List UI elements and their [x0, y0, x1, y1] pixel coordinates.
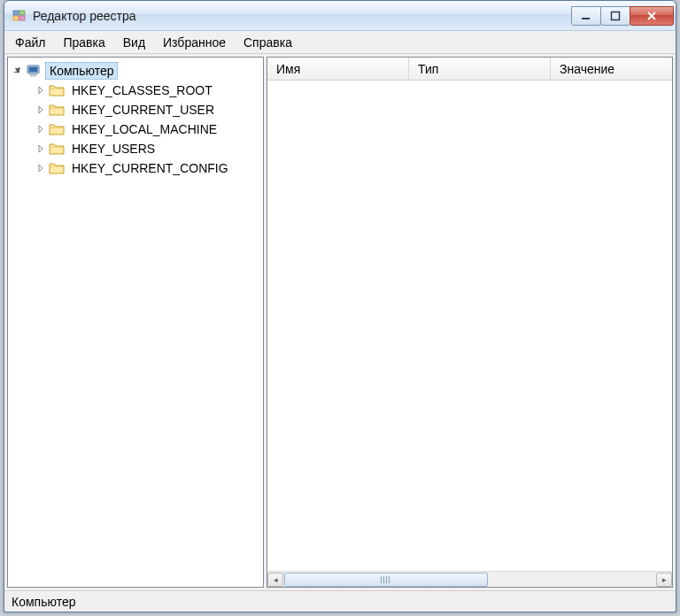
client-area: Компьютер HKEY_CLASSES_ROOT HKEY_CURRENT…	[4, 54, 676, 590]
titlebar[interactable]: Редактор реестра	[4, 1, 676, 31]
window-controls	[572, 6, 674, 26]
expand-icon[interactable]	[35, 84, 47, 96]
folder-icon	[49, 160, 65, 176]
tree-label[interactable]: HKEY_CURRENT_USER	[68, 102, 218, 118]
menu-view[interactable]: Вид	[114, 31, 154, 53]
svg-rect-1	[19, 11, 25, 15]
tree-pane[interactable]: Компьютер HKEY_CLASSES_ROOT HKEY_CURRENT…	[7, 57, 264, 588]
tree-node-hive[interactable]: HKEY_CLASSES_ROOT	[10, 81, 261, 100]
svg-rect-5	[612, 12, 620, 19]
close-button[interactable]	[630, 6, 674, 26]
svg-rect-7	[29, 67, 38, 73]
menu-help[interactable]: Справка	[235, 31, 301, 53]
regedit-icon	[12, 8, 27, 24]
svg-rect-0	[13, 11, 19, 15]
app-window: Редактор реестра Файл Правка Вид Избранн…	[4, 0, 676, 612]
tree-label-computer[interactable]: Компьютер	[45, 62, 118, 80]
tree-label[interactable]: HKEY_CLASSES_ROOT	[68, 82, 216, 98]
tree-node-computer[interactable]: Компьютер	[10, 61, 261, 81]
computer-icon	[26, 63, 42, 79]
svg-rect-3	[19, 16, 25, 20]
tree-node-hive[interactable]: HKEY_USERS	[10, 139, 261, 158]
expand-icon[interactable]	[35, 123, 47, 135]
tree-label[interactable]: HKEY_CURRENT_CONFIG	[68, 160, 232, 176]
folder-icon	[49, 121, 65, 137]
menu-file[interactable]: Файл	[6, 31, 54, 53]
list-pane: Имя Тип Значение ◂ ▸	[267, 57, 673, 588]
column-headers: Имя Тип Значение	[267, 58, 672, 81]
status-path: Компьютер	[12, 595, 75, 609]
horizontal-scrollbar[interactable]: ◂ ▸	[267, 571, 672, 587]
menu-favorites[interactable]: Избранное	[154, 31, 235, 53]
col-header-value[interactable]: Значение	[551, 58, 672, 80]
col-header-type[interactable]: Тип	[409, 58, 551, 80]
tree-node-hive[interactable]: HKEY_CURRENT_USER	[10, 100, 261, 119]
tree-node-hive[interactable]: HKEY_CURRENT_CONFIG	[10, 158, 261, 178]
folder-icon	[49, 102, 65, 118]
scroll-right-button[interactable]: ▸	[656, 573, 672, 587]
list-body[interactable]	[267, 81, 672, 571]
scroll-left-button[interactable]: ◂	[267, 573, 283, 587]
collapse-icon[interactable]	[12, 65, 24, 77]
grip-icon	[381, 576, 391, 583]
svg-rect-2	[13, 16, 19, 20]
svg-rect-8	[30, 74, 36, 76]
expand-icon[interactable]	[35, 104, 47, 116]
tree-node-hive[interactable]: HKEY_LOCAL_MACHINE	[10, 119, 261, 139]
maximize-button[interactable]	[600, 6, 630, 26]
window-title: Редактор реестра	[33, 9, 572, 23]
col-header-name[interactable]: Имя	[267, 58, 409, 80]
expand-icon[interactable]	[35, 162, 47, 174]
tree-label[interactable]: HKEY_USERS	[68, 141, 158, 157]
svg-rect-4	[582, 18, 590, 19]
scroll-thumb[interactable]	[284, 573, 488, 587]
menubar: Файл Правка Вид Избранное Справка	[4, 31, 676, 54]
minimize-button[interactable]	[571, 6, 601, 26]
menu-edit[interactable]: Правка	[54, 31, 113, 53]
statusbar: Компьютер	[4, 590, 676, 612]
scroll-track[interactable]	[284, 573, 655, 587]
tree-label[interactable]: HKEY_LOCAL_MACHINE	[68, 121, 220, 137]
folder-icon	[49, 141, 65, 157]
folder-icon	[49, 82, 65, 98]
expand-icon[interactable]	[35, 142, 47, 155]
